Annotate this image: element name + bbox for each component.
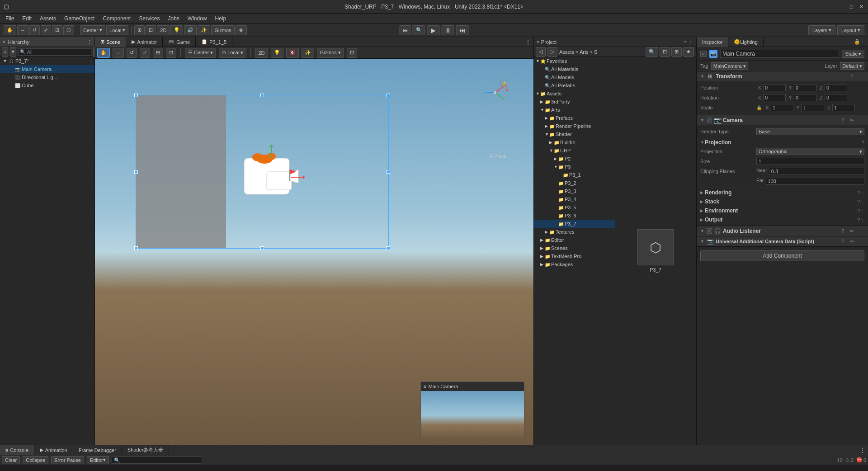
hierarchy-search-input[interactable] xyxy=(18,48,91,56)
rendering-section-header[interactable]: ▶ Rendering ? ⋮ xyxy=(700,188,864,197)
tree-p34[interactable]: 📁P3_4 xyxy=(534,195,615,203)
editor-dropdown[interactable]: Editor ▾ xyxy=(87,456,109,464)
far-input[interactable]: 100 xyxy=(766,178,865,185)
scene-light-button[interactable]: 💡 xyxy=(271,48,283,58)
audio-button[interactable]: 🔊 xyxy=(184,25,197,35)
tree-prefabs[interactable]: ▶ 📁 Prefabs xyxy=(534,114,615,122)
scale-scene-button[interactable]: ⤢ xyxy=(140,48,150,58)
project-grid-button[interactable]: ⊞ xyxy=(671,47,682,57)
frame-debugger-tab[interactable]: Frame Debugger xyxy=(73,445,122,455)
scale-z-input[interactable]: 1 xyxy=(832,104,855,111)
tree-p37[interactable]: 📁P3_7 xyxy=(534,220,615,228)
rotate-tool-button[interactable]: ↺ xyxy=(29,25,40,35)
fx-button[interactable]: ✨ xyxy=(198,25,210,35)
uca-help-btn[interactable]: ? xyxy=(839,238,846,245)
tree-buildin[interactable]: ▶ 📁 BuildIn xyxy=(534,138,615,146)
project-find-button[interactable]: 🔍 xyxy=(646,47,658,57)
project-star-button[interactable]: ★ xyxy=(683,47,694,57)
shader-tab[interactable]: Shader参考大全 xyxy=(122,445,169,455)
menu-jobs[interactable]: Jobs xyxy=(164,14,183,23)
minimize-button[interactable]: ─ xyxy=(838,4,844,10)
audio-listener-header[interactable]: ▼ ✓ 🎧 Audio Listener ? ✏ ⋮ xyxy=(697,226,868,236)
camera-active-checkbox[interactable]: ✓ xyxy=(707,118,712,123)
hand-scene-button[interactable]: ✋ xyxy=(97,48,110,58)
transform-settings-btn[interactable]: ⋮ xyxy=(857,73,864,80)
add-component-button[interactable]: Add Component xyxy=(700,250,864,261)
inspector-options-icon[interactable]: 🔒⋮ xyxy=(854,39,868,45)
tree-p35[interactable]: 📁P3_5 xyxy=(534,203,615,212)
tree-p33[interactable]: 📁P3_3 xyxy=(534,187,615,195)
snap-button[interactable]: ⊡ xyxy=(146,25,156,35)
close-button[interactable]: ✕ xyxy=(858,4,864,10)
scene-tab-p315[interactable]: 📋 P3_1_5 xyxy=(196,37,232,47)
local-button[interactable]: Local ▾ xyxy=(106,25,128,35)
scene-local-button[interactable]: ⊙ Local ▾ xyxy=(219,48,246,58)
projection-section-help[interactable]: ? xyxy=(862,140,864,145)
render-type-dropdown[interactable]: Base ▾ xyxy=(756,128,864,135)
move-tool-button[interactable]: ↔ xyxy=(17,25,28,35)
search-button[interactable]: 🔍 xyxy=(413,25,425,35)
tree-p2[interactable]: ▶ 📁 P2 xyxy=(534,155,615,163)
hand-tool-button[interactable]: ✋ xyxy=(4,25,16,35)
step-button[interactable]: ⏭ xyxy=(456,25,469,35)
clear-button[interactable]: Clear xyxy=(2,456,20,464)
tree-3rdparty[interactable]: ▶ 📁 3rdParty xyxy=(534,98,615,106)
projection-type-dropdown[interactable]: Orthographic ▾ xyxy=(756,148,864,155)
scene-tab-game[interactable]: 🎮 Game xyxy=(163,37,196,47)
menu-window[interactable]: Window xyxy=(184,14,211,23)
project-back-button[interactable]: ◁ xyxy=(536,47,546,57)
tree-p36[interactable]: 📁P3_6 xyxy=(534,212,615,220)
tree-editor[interactable]: ▶📁Editor xyxy=(534,236,615,244)
favorites-models[interactable]: 🔍 All Models xyxy=(534,73,615,81)
custom-scene-button[interactable]: ⊡ xyxy=(166,48,176,58)
rotation-y-input[interactable]: 0 xyxy=(794,94,816,101)
rotate-scene-button[interactable]: ↺ xyxy=(127,48,137,58)
hierarchy-add-button[interactable]: + xyxy=(2,47,8,57)
transform-help-btn[interactable]: ? xyxy=(848,73,855,80)
universal-camera-header[interactable]: ▼ 📷 Universal Additional Camera Data (Sc… xyxy=(697,236,868,246)
inspector-tab-lighting[interactable]: 🌞 Lighting xyxy=(728,37,764,47)
layers-button[interactable]: Layers ▾ xyxy=(808,25,835,35)
pivot-button[interactable]: Center ▾ xyxy=(80,25,105,35)
near-input[interactable]: 0.3 xyxy=(769,168,864,175)
assets-root[interactable]: ▼ 📁 Assets xyxy=(534,89,615,98)
scene-options-icon[interactable]: ⋮ xyxy=(88,59,93,64)
project-filter-button[interactable]: ⊡ xyxy=(660,47,670,57)
tag-dropdown[interactable]: MainCamera ▾ xyxy=(711,62,748,70)
favorites-materials[interactable]: 🔍 All Materials xyxy=(534,65,615,73)
transform-header[interactable]: ▼ ⊞ Transform ? ⋮ xyxy=(697,71,868,81)
output-section-header[interactable]: ▶ Output ? ⋮ xyxy=(700,215,864,224)
scene-audio-button[interactable]: 🔇 xyxy=(286,48,299,58)
environment-section-header[interactable]: ▶ Environment ? ⋮ xyxy=(700,206,864,215)
camera-edit-btn[interactable]: ✏ xyxy=(848,117,855,124)
scale-tool-button[interactable]: ⤢ xyxy=(41,25,51,35)
hierarchy-item-cube[interactable]: ⬜ Cube xyxy=(0,81,94,89)
scene-gizmos-button[interactable]: Gizmos ▾ xyxy=(317,48,344,58)
menu-assets[interactable]: Assets xyxy=(36,14,60,23)
scene-back-label[interactable]: ☰ Back xyxy=(489,154,506,160)
hierarchy-item-maincamera[interactable]: 📷 Main Camera xyxy=(0,65,94,73)
scene-hide-button[interactable]: ⊡ xyxy=(347,48,357,58)
position-y-input[interactable]: 0 xyxy=(794,84,816,91)
uca-settings-btn[interactable]: ⋮ xyxy=(857,238,864,245)
stack-section-header[interactable]: ▶ Stack ? ⋮ xyxy=(700,197,864,206)
project-options-icon[interactable]: ⋮ xyxy=(689,39,693,45)
rendering-settings-btn[interactable]: ⋮ xyxy=(860,190,864,195)
gizmos-button[interactable]: Gizmos xyxy=(211,25,234,35)
light-button[interactable]: 💡 xyxy=(170,25,183,35)
collapse-button[interactable]: Collapse xyxy=(23,456,48,464)
menu-file[interactable]: File xyxy=(2,14,18,23)
layer-dropdown[interactable]: Default ▾ xyxy=(840,62,864,70)
history-button[interactable]: ⏮ xyxy=(400,25,411,35)
move-scene-button[interactable]: ↔ xyxy=(113,48,124,58)
tree-p31[interactable]: 📁P3_1 xyxy=(534,171,615,179)
hierarchy-item-dirlight[interactable]: ⬛ Directional Lig... xyxy=(0,73,94,81)
audio-active-checkbox[interactable]: ✓ xyxy=(707,228,712,234)
projection-size-value[interactable]: 1 xyxy=(756,158,864,165)
grid-button[interactable]: ⊞ xyxy=(134,25,145,35)
pause-button[interactable]: ⏸ xyxy=(442,25,454,35)
tree-textmesh[interactable]: ▶📁TextMesh Pro xyxy=(534,252,615,260)
error-pause-button[interactable]: Error Pause xyxy=(51,456,84,464)
menu-help[interactable]: Help xyxy=(212,14,230,23)
tree-shader[interactable]: ▼ 📁 Shader xyxy=(534,130,615,138)
